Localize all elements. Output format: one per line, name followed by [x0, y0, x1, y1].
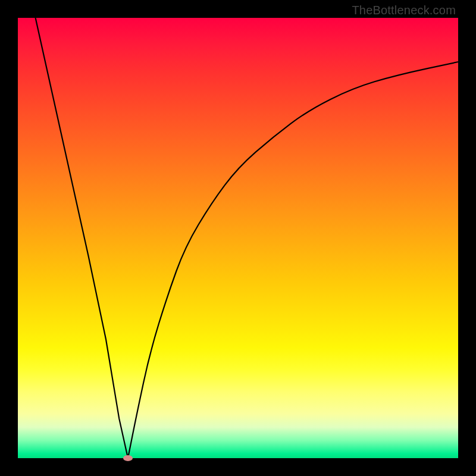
optimum-marker	[123, 455, 133, 461]
chart-frame	[18, 18, 458, 458]
watermark-text: TheBottleneck.com	[352, 4, 456, 17]
curve-left-branch	[36, 18, 128, 458]
curve-right-branch	[128, 62, 458, 458]
bottleneck-curve	[18, 18, 458, 458]
